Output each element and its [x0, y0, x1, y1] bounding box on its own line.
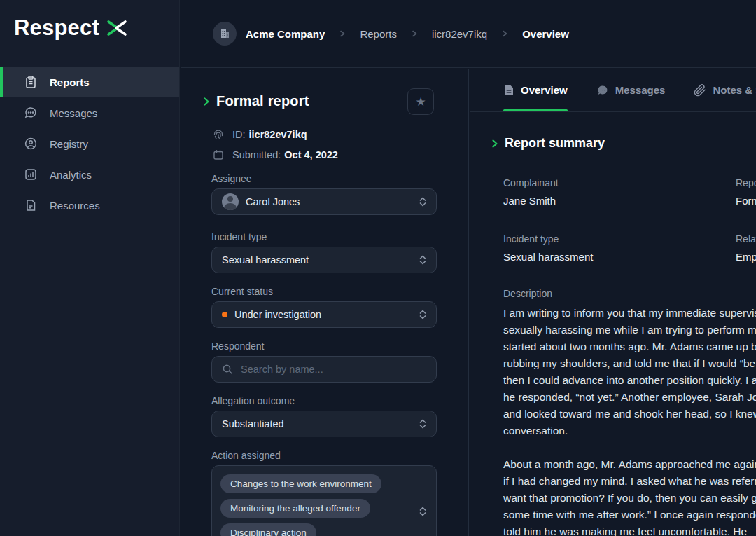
brand-logo[interactable]: Respect — [14, 15, 128, 41]
action-tag[interactable]: Disciplinary action — [220, 523, 316, 536]
incident-type-summary-label: Incident type — [503, 233, 593, 245]
sidebar-item-resources[interactable]: Resources — [0, 190, 179, 221]
incident-type-group: Incident type Sexual harassment — [211, 231, 437, 273]
chevron-updown-icon — [419, 505, 427, 518]
allegation-outcome-group: Allegation outcome Substantiated — [211, 395, 437, 437]
sidebar-item-label: Resources — [50, 200, 100, 212]
chevron-updown-icon — [419, 308, 427, 321]
tab-label: Notes & Statements — [713, 84, 756, 96]
description-line: conversation. — [503, 422, 756, 439]
complainant-label: Complainant — [503, 177, 559, 188]
chevron-right-icon — [500, 29, 510, 39]
current-status-value: Under investigation — [234, 309, 321, 320]
relationship-value: Employee — [736, 251, 756, 263]
tab-messages[interactable]: Messages — [596, 69, 666, 111]
action-tag[interactable]: Monitoring the alleged offender — [220, 499, 370, 518]
report-id-row: ID:iicr82ev7ikq — [212, 128, 338, 141]
clipboard-icon — [24, 75, 38, 89]
sidebar-nav: Reports Messages — [0, 67, 179, 221]
sidebar-item-registry[interactable]: Registry — [0, 128, 179, 159]
chevron-right-icon — [337, 29, 347, 39]
sidebar: Respect Reports — [0, 0, 180, 536]
description-label: Description — [503, 288, 552, 299]
star-icon: ★ — [415, 96, 426, 108]
chevron-right-icon — [410, 29, 419, 39]
report-id-value: iicr82ev7ikq — [249, 129, 307, 140]
sidebar-item-label: Analytics — [50, 169, 92, 181]
chat-bubble-icon — [596, 84, 609, 97]
incident-type-value: Sexual harassment — [222, 254, 309, 266]
tab-overview[interactable]: Overview — [503, 69, 568, 111]
document-icon — [503, 84, 514, 97]
sidebar-item-reports[interactable]: Reports — [0, 67, 179, 97]
assignee-label: Assignee — [211, 173, 437, 184]
report-type-label: Report type — [736, 177, 756, 188]
report-summary-heading: Report summary — [491, 136, 605, 151]
sidebar-item-analytics[interactable]: Analytics — [0, 159, 179, 190]
search-icon — [222, 364, 234, 376]
incident-type-summary-value: Sexual harassment — [503, 251, 593, 263]
chevron-updown-icon — [419, 254, 427, 266]
tab-notes-statements[interactable]: Notes & Statements — [694, 69, 756, 111]
current-status-label: Current status — [211, 286, 437, 297]
breadcrumb-report-id[interactable]: iicr82ev7ikq — [432, 28, 487, 40]
report-title: Formal report — [202, 93, 309, 109]
report-type-value: Formal — [736, 195, 756, 207]
breadcrumb-reports[interactable]: Reports — [360, 28, 397, 40]
status-dot — [222, 312, 227, 317]
favorite-button[interactable]: ★ — [407, 88, 434, 115]
description-line: want that promotion? If you do, then you… — [503, 490, 756, 507]
description-paragraph: I am writing to inform you that my immed… — [503, 305, 756, 439]
crossed-chevrons-icon — [106, 18, 128, 38]
description-paragraph: About a month ago, Mr. Adams approached … — [503, 456, 756, 536]
tab-label: Overview — [521, 84, 568, 96]
respondent-search[interactable] — [211, 356, 437, 383]
description-line: I am writing to inform you that my immed… — [503, 305, 756, 322]
building-icon — [218, 27, 231, 40]
report-submitted-value: Oct 4, 2022 — [284, 149, 338, 160]
incident-type-field: Incident type Sexual harassment — [503, 233, 593, 263]
respondent-search-input[interactable] — [241, 364, 409, 375]
allegation-outcome-value: Substantiated — [222, 418, 284, 430]
description-line: About a month ago, Mr. Adams approached … — [503, 456, 756, 473]
report-title-text: Formal report — [216, 93, 309, 109]
tab-label: Messages — [615, 84, 666, 96]
allegation-outcome-select[interactable]: Substantiated — [211, 411, 437, 437]
company-avatar[interactable] — [213, 22, 237, 46]
respondent-group: Respondent — [211, 341, 437, 383]
sidebar-item-messages[interactable]: Messages — [0, 97, 179, 128]
sidebar-item-label: Messages — [50, 107, 97, 119]
description-line: he responded, “not yet.” Another employe… — [503, 389, 756, 406]
detail-panel: Overview Messages Notes & Statements — [470, 69, 756, 536]
chevron-right-green-icon[interactable] — [202, 96, 211, 107]
current-status-select[interactable]: Under investigation — [211, 301, 437, 328]
description-line: and looked toward me and shook her head,… — [503, 406, 756, 422]
description-line: some time with me after work.” I once ag… — [503, 507, 756, 523]
chevron-updown-icon — [419, 195, 427, 208]
relationship-field: Relationship Employee — [736, 233, 756, 263]
sidebar-item-label: Reports — [50, 76, 90, 88]
respondent-label: Respondent — [211, 341, 437, 352]
report-submitted-row: Submitted:Oct 4, 2022 — [212, 149, 338, 161]
allegation-outcome-label: Allegation outcome — [211, 395, 437, 406]
description-line: told him he was making me feel uncomfort… — [503, 523, 756, 536]
report-meta: ID:iicr82ev7ikq Submitted:Oct 4, 2022 — [212, 128, 338, 161]
report-summary-title: Report summary — [505, 136, 605, 151]
description-line: then I could advance into another positi… — [503, 372, 756, 389]
report-submitted-label: Submitted: — [232, 149, 281, 160]
assignee-select[interactable]: Carol Jones — [211, 188, 437, 215]
report-panel: Formal report ★ ID:iicr82ev7ikq — [181, 69, 469, 536]
assignee-group: Assignee Carol Jones — [211, 173, 437, 215]
action-tag[interactable]: Changes to the work environment — [220, 474, 382, 493]
document-icon — [24, 198, 38, 212]
action-assigned-group: Action assigned Changes to the work envi… — [211, 450, 437, 536]
action-assigned-multiselect[interactable]: Changes to the work environment Monitori… — [211, 465, 437, 536]
complainant-value: Jane Smith — [503, 195, 559, 207]
report-id-label: ID: — [232, 129, 246, 140]
person-circle-icon — [24, 137, 38, 151]
sidebar-item-label: Registry — [50, 138, 88, 150]
assignee-value: Carol Jones — [246, 196, 300, 207]
breadcrumb-company[interactable]: Acme Company — [246, 28, 325, 40]
chevron-right-green-icon[interactable] — [491, 138, 499, 149]
incident-type-select[interactable]: Sexual harassment — [211, 247, 437, 273]
